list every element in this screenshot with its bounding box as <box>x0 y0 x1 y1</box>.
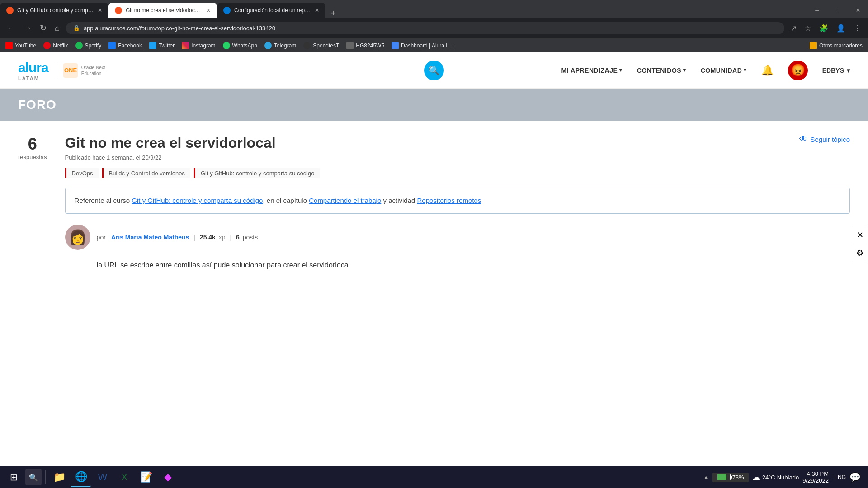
profile-icon[interactable]: 👤 <box>835 22 847 34</box>
tab-title-1: Git y GitHub: controle y compart... <box>17 7 94 14</box>
responses-label: respuestas <box>18 154 47 160</box>
bookmark-youtube-label: YouTube <box>15 42 36 49</box>
search-fab-icon: 🔍 <box>429 65 440 76</box>
tab-close-3[interactable]: ✕ <box>315 7 319 14</box>
search-fab-button[interactable]: 🔍 <box>424 61 444 80</box>
author-avatar-img: 👩 <box>69 229 87 246</box>
tab-title-2: Git no me crea el servidorlocal | ( <box>126 7 203 14</box>
bookmark-hg-label: HG8245W5 <box>356 42 384 49</box>
bookmark-others-label: Otros marcadores <box>819 42 863 49</box>
taskbar-expand-icon[interactable]: ▲ <box>703 474 709 480</box>
bookmark-speedtest-label: SpeedtesT <box>313 42 339 49</box>
hg-icon <box>346 42 354 49</box>
browser-tab-3[interactable]: Configuración local de un repos... ✕ <box>217 3 326 18</box>
reload-button[interactable]: ↻ <box>38 21 48 35</box>
taskbar-word[interactable]: W <box>93 467 113 487</box>
windows-icon: ⊞ <box>10 472 18 483</box>
tag-devops[interactable]: DevOps <box>65 168 99 178</box>
forum-title: FORO <box>18 98 850 112</box>
post-body: la URL se escribe entre comillas así pud… <box>97 259 850 271</box>
taskbar-separator <box>45 470 46 484</box>
course-link[interactable]: Git y GitHub: controle y comparta su cód… <box>132 197 263 204</box>
bookmark-hg[interactable]: HG8245W5 <box>346 42 384 49</box>
taskbar-vscode[interactable]: 📝 <box>136 467 156 487</box>
user-name-nav[interactable]: EDBYS ▾ <box>822 67 850 74</box>
start-button[interactable]: ⊞ <box>4 467 24 487</box>
bookmark-whatsapp[interactable]: WhatsApp <box>223 42 257 49</box>
author-name-link[interactable]: Aris María Mateo Matheus <box>111 234 189 241</box>
nav-contenidos[interactable]: CONTENIDOS ▾ <box>637 67 686 74</box>
others-icon <box>810 42 817 49</box>
alura-logo-block: alura LATAM <box>18 60 48 81</box>
browser-tab-1[interactable]: Git y GitHub: controle y compart... ✕ <box>0 3 108 18</box>
notifications-icon[interactable]: 💬 <box>849 472 861 483</box>
nav-comunidad-label: COMUNIDAD <box>701 67 742 74</box>
weather-display: ☁ 24°C Nublado <box>752 472 799 482</box>
battery-fill <box>717 474 726 480</box>
bookmark-youtube[interactable]: YouTube <box>5 42 36 49</box>
bookmark-twitter[interactable]: Twitter <box>149 42 175 49</box>
browser-tab-2[interactable]: Git no me crea el servidorlocal | ( ✕ <box>108 3 217 18</box>
post-main-content: Git no me crea el servidorlocal Publicad… <box>65 135 850 271</box>
taskbar-right-area: ▲ 73% ☁ 24°C Nublado 4:30 PM 9/29/2022 E… <box>703 470 864 484</box>
youtube-icon <box>5 42 13 49</box>
share-icon[interactable]: ↗ <box>789 22 798 34</box>
author-separator-1: | <box>193 234 195 241</box>
notifications-bell-icon[interactable]: 🔔 <box>761 65 774 76</box>
bookmark-netflix-label: Netflix <box>53 42 68 49</box>
avatar[interactable]: 😡 <box>788 61 808 80</box>
bookmark-others[interactable]: Otros marcadores <box>810 42 863 49</box>
clock-date: 9/29/2022 <box>802 477 829 484</box>
netflix-icon <box>43 42 51 49</box>
back-button[interactable]: ← <box>5 22 17 35</box>
side-buttons: ✕ ⚙ <box>852 227 868 261</box>
avatar-emoji: 😡 <box>791 63 805 77</box>
author-xp: 25.4k <box>200 234 216 241</box>
chapter-link[interactable]: Compartiendo el trabajo <box>309 197 381 204</box>
alura-logo[interactable]: alura LATAM ONE Oracle Next Education <box>18 60 105 81</box>
minimize-button[interactable]: ─ <box>807 3 827 18</box>
system-clock: 4:30 PM 9/29/2022 <box>802 470 829 484</box>
bookmark-dashboard[interactable]: Dashboard | Alura L... <box>392 42 453 49</box>
keyboard-lang: ENG <box>834 474 846 480</box>
taskbar-chrome[interactable]: 🌐 <box>71 467 91 487</box>
bookmark-spotify[interactable]: Spotify <box>75 42 102 49</box>
nav-mi-aprendizaje[interactable]: MI APRENDIZAJE ▾ <box>561 67 623 74</box>
taskbar-unknown-app[interactable]: ◆ <box>158 467 178 487</box>
bookmark-netflix[interactable]: Netflix <box>43 42 68 49</box>
forward-button[interactable]: → <box>22 22 33 35</box>
nav-comunidad[interactable]: COMUNIDAD ▾ <box>701 67 747 74</box>
tab-bar: Git y GitHub: controle y compart... ✕ Gi… <box>0 0 868 18</box>
course-ref-prefix: Referente al curso <box>75 197 132 204</box>
bookmark-speedtest[interactable]: SpeedtesT <box>303 42 339 49</box>
tab-favicon-2 <box>115 7 122 14</box>
tag-builds[interactable]: Builds y Control de versiones <box>102 168 190 178</box>
address-bar: ← → ↻ ⌂ 🔒 app.aluracursos.com/forum/topi… <box>0 18 868 38</box>
bookmark-facebook[interactable]: Facebook <box>108 42 142 49</box>
star-icon[interactable]: ☆ <box>803 22 813 34</box>
maximize-button[interactable]: □ <box>827 3 848 18</box>
bookmark-facebook-label: Facebook <box>118 42 142 49</box>
bookmark-instagram[interactable]: Instagram <box>182 42 215 49</box>
tab-close-1[interactable]: ✕ <box>98 7 102 14</box>
taskbar-excel[interactable]: X <box>114 467 134 487</box>
dashboard-icon <box>392 42 399 49</box>
menu-icon[interactable]: ⋮ <box>852 22 863 34</box>
tag-git[interactable]: Git y GitHub: controle y comparta su cód… <box>194 168 320 178</box>
bookmark-telegram[interactable]: Telegram <box>264 42 296 49</box>
taskbar-file-explorer[interactable]: 📁 <box>49 467 69 487</box>
activity-link[interactable]: Repositorios remotos <box>417 197 481 204</box>
home-button[interactable]: ⌂ <box>53 22 61 35</box>
follow-topic-button[interactable]: 👁 Seguir tópico <box>799 135 850 144</box>
close-window-button[interactable]: ✕ <box>848 3 868 18</box>
url-input[interactable]: 🔒 app.aluracursos.com/forum/topico-git-n… <box>66 22 784 34</box>
tab-close-2[interactable]: ✕ <box>206 7 211 14</box>
taskbar-search-button[interactable]: 🔍 <box>25 469 42 485</box>
facebook-icon <box>108 42 116 49</box>
lock-icon: 🔒 <box>73 25 80 31</box>
side-settings-button[interactable]: ⚙ <box>852 245 868 261</box>
new-tab-button[interactable]: + <box>326 9 341 18</box>
eye-icon: 👁 <box>799 135 807 144</box>
side-close-button[interactable]: ✕ <box>852 227 868 243</box>
extensions-icon[interactable]: 🧩 <box>817 22 830 34</box>
